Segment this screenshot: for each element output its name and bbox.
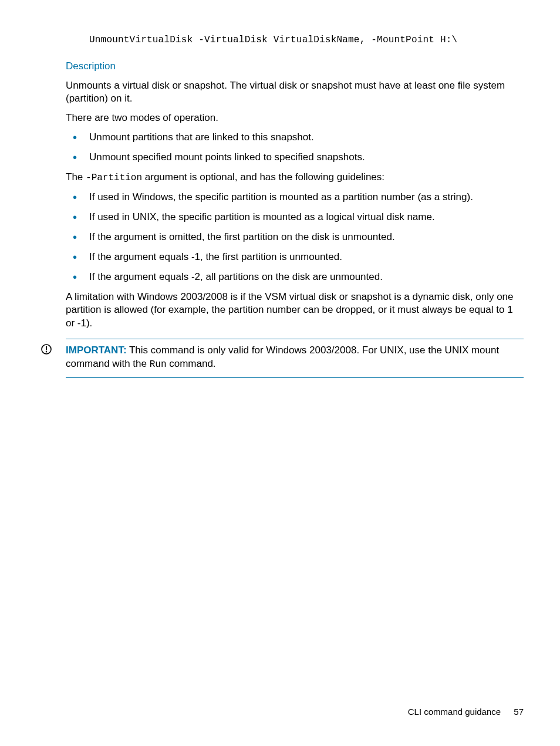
list-item: If the argument is omitted, the first pa… [66, 231, 524, 244]
list-guidelines: If used in Windows, the specific partiti… [66, 191, 524, 284]
important-label: IMPORTANT: [66, 345, 127, 356]
list-item: If the argument equals -1, the first par… [66, 251, 524, 264]
important-icon [41, 344, 52, 355]
paragraph-limitation: A limitation with Windows 2003/2008 is i… [66, 291, 524, 331]
list-item: If the argument equals -2, all partition… [66, 271, 524, 284]
inline-code-partition: -Partition [86, 173, 142, 183]
page-footer: CLI command guidance 57 [408, 706, 524, 718]
list-item: Unmount specified mount points linked to… [66, 151, 524, 164]
list-item: If used in Windows, the specific partiti… [66, 191, 524, 204]
list-item: Unmount partitions that are linked to th… [66, 131, 524, 144]
paragraph-intro: Unmounts a virtual disk or snapshot. The… [66, 79, 524, 106]
important-callout: IMPORTANT: This command is only valid fo… [66, 339, 524, 378]
footer-section-title: CLI command guidance [408, 707, 501, 717]
list-item: If used in UNIX, the specific partition … [66, 211, 524, 224]
text-fragment: The [66, 171, 86, 183]
text-fragment: argument is optional, and has the follow… [142, 171, 384, 183]
command-code-line: UnmountVirtualDisk -VirtualDisk VirtualD… [89, 34, 524, 47]
important-text-prefix: This command is only valid for Windows 2… [66, 345, 499, 369]
list-modes: Unmount partitions that are linked to th… [66, 131, 524, 164]
footer-page-number: 57 [514, 707, 524, 717]
document-page: UnmountVirtualDisk -VirtualDisk VirtualD… [0, 0, 560, 746]
paragraph-modes-intro: There are two modes of operation. [66, 112, 524, 125]
section-heading-description: Description [66, 60, 524, 73]
important-text-suffix: command. [167, 358, 216, 369]
svg-point-2 [46, 351, 47, 352]
inline-code-run: Run [150, 359, 167, 370]
paragraph-partition-arg: The -Partition argument is optional, and… [66, 171, 524, 185]
